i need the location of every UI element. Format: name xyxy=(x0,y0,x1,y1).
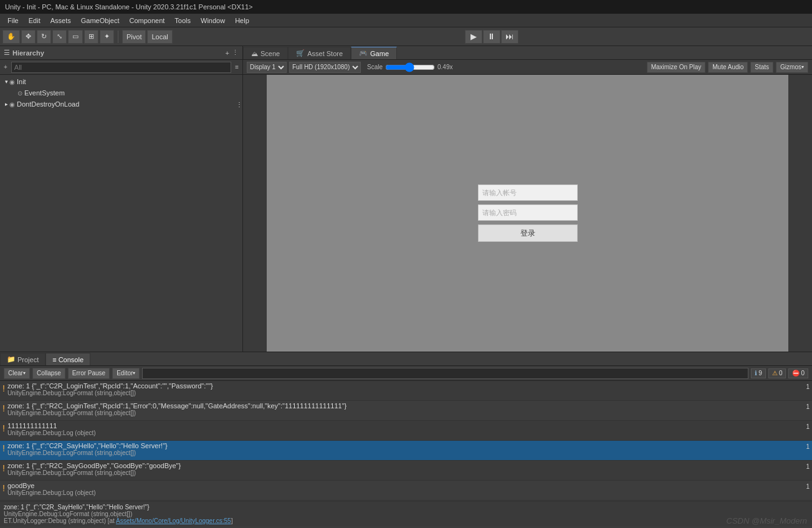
scene-tab[interactable]: ⛰ Scene xyxy=(243,47,288,59)
dontdestroy-icon: ◉ xyxy=(9,101,15,108)
step-icon: ⏭ xyxy=(505,32,513,41)
hierarchy-item-eventsystem[interactable]: ⊙ EventSystem xyxy=(0,87,242,98)
hierarchy-content: ▾ ◉ Init ⊙ EventSystem ▸ ◉ DontDestroyOn… xyxy=(0,75,242,352)
error-pause-label: Error Pause xyxy=(72,370,105,377)
hand-tool-btn[interactable]: ✋ xyxy=(2,30,20,44)
hierarchy-item-init[interactable]: ▾ ◉ Init xyxy=(0,76,242,87)
console-row-4[interactable]: ! zone: 1 {"_t":"R2C_SayGoodBye","GoodBy… xyxy=(0,461,812,481)
warning-count: 0 xyxy=(779,370,783,377)
console-search-input[interactable] xyxy=(142,368,748,379)
game-left-border xyxy=(243,75,267,352)
console-count-3: 1 xyxy=(797,442,810,450)
dontdestroy-menu[interactable]: ⋮ xyxy=(236,101,242,108)
toolbar: ✋ ✥ ↻ ⤡ ▭ ⊞ ✦ Pivot Local ▶ ⏸ ⏭ xyxy=(0,27,812,46)
login-button-display[interactable]: 登录 xyxy=(478,224,578,242)
console-main-0: zone: 1 {"_t":"C2R_LoginTest","RpcId":1,… xyxy=(7,382,795,390)
account-input-display[interactable]: 请输入帐号 xyxy=(478,185,578,201)
menu-assets[interactable]: Assets xyxy=(45,16,76,26)
info-badge[interactable]: ℹ 9 xyxy=(751,368,766,378)
hierarchy-header: ☰ Hierarchy + ⋮ xyxy=(0,46,242,60)
console-main-4: zone: 1 {"_t":"R2C_SayGoodBye","GoodBye"… xyxy=(7,462,795,469)
play-controls: ▶ ⏸ ⏭ xyxy=(465,30,518,44)
main-area: ☰ Hierarchy + ⋮ + ≡ ▾ ◉ Init ⊙ EventSyst… xyxy=(0,46,812,352)
console-text-1: zone: 1 {"_t":"R2C_LoginTest","RpcId":1,… xyxy=(7,402,795,416)
resolution-select[interactable]: Full HD (1920x1080) xyxy=(289,62,361,73)
warning-badge[interactable]: ⚠ 0 xyxy=(768,368,786,378)
title-text: Unity - Init - PC, Mac & Linux Standalon… xyxy=(5,3,252,11)
eventsystem-icon: ⊙ xyxy=(17,90,22,97)
collapse-btn-console[interactable]: Collapse xyxy=(32,368,65,379)
center-panel: ⛰ Scene 🛒 Asset Store 🎮 Game Display 1 F… xyxy=(243,46,812,352)
console-row-0[interactable]: ! zone: 1 {"_t":"C2R_LoginTest","RpcId":… xyxy=(0,381,812,401)
menu-file[interactable]: File xyxy=(2,16,24,26)
hierarchy-toolbar: + ≡ xyxy=(0,60,242,75)
project-tab[interactable]: 📁 Project xyxy=(0,353,45,365)
maximize-on-play-btn[interactable]: Maximize On Play xyxy=(647,62,706,73)
stats-btn[interactable]: Stats xyxy=(750,62,773,73)
console-row-3[interactable]: ! zone: 1 {"_t":"C2R_SayHello","Hello":"… xyxy=(0,441,812,461)
last-row-link[interactable]: Assets/Mono/Core/Log/UnityLogger.cs:55 xyxy=(116,517,231,524)
error-badge[interactable]: ⛔ 0 xyxy=(788,368,808,378)
menu-help[interactable]: Help xyxy=(230,16,254,26)
hierarchy-add-icon[interactable]: + xyxy=(226,49,229,57)
console-tab[interactable]: ≡ Console xyxy=(45,353,90,365)
error-pause-btn[interactable]: Error Pause xyxy=(68,368,110,379)
add-hierarchy-btn[interactable]: + xyxy=(2,64,9,70)
mute-audio-btn[interactable]: Mute Audio xyxy=(708,62,748,73)
gizmos-btn[interactable]: Gizmos ▾ xyxy=(776,62,808,73)
move-tool-btn[interactable]: ✥ xyxy=(21,30,36,44)
pivot-btn[interactable]: Pivot xyxy=(122,30,146,44)
hierarchy-item-dontdestroy[interactable]: ▸ ◉ DontDestroyOnLoad ⋮ xyxy=(0,98,242,110)
info-icon: ℹ xyxy=(755,370,757,377)
scale-tool-btn[interactable]: ⤡ xyxy=(52,30,67,44)
local-btn[interactable]: Local xyxy=(147,30,172,44)
menu-component[interactable]: Component xyxy=(124,16,170,26)
clear-btn[interactable]: Clear ▾ xyxy=(4,368,30,379)
bottom-panel: 📁 Project ≡ Console Clear ▾ Collapse Err… xyxy=(0,352,812,526)
hierarchy-search-input[interactable] xyxy=(11,62,231,73)
hierarchy-menu-icon[interactable]: ⋮ xyxy=(232,49,239,57)
hierarchy-filter-btn[interactable]: ≡ xyxy=(234,64,240,70)
menu-window[interactable]: Window xyxy=(196,16,230,26)
console-text-4: zone: 1 {"_t":"R2C_SayGoodBye","GoodBye"… xyxy=(7,462,795,476)
pause-btn[interactable]: ⏸ xyxy=(483,30,500,44)
custom-tool-btn[interactable]: ✦ xyxy=(100,30,114,44)
editor-dropdown: ▾ xyxy=(133,370,135,376)
console-row-5[interactable]: ! goodBye UnityEngine.Debug:Log (object)… xyxy=(0,481,812,501)
rect-tool-btn[interactable]: ▭ xyxy=(68,30,83,44)
warn-icon-5: ! xyxy=(2,483,5,493)
warn-icon-2: ! xyxy=(2,423,5,433)
console-sub-0: UnityEngine.Debug:LogFormat (string,obje… xyxy=(7,390,795,396)
last-row-line2: UnityEngine.Debug:LogFormat (string,obje… xyxy=(4,511,808,517)
menu-gameobject[interactable]: GameObject xyxy=(76,16,125,26)
asset-store-tab[interactable]: 🛒 Asset Store xyxy=(288,47,351,59)
scene-tab-label: Scene xyxy=(260,50,280,57)
info-count: 9 xyxy=(758,370,762,377)
editor-btn[interactable]: Editor ▾ xyxy=(112,368,140,379)
init-label: Init xyxy=(17,78,26,85)
transform-tool-btn[interactable]: ⊞ xyxy=(84,30,98,44)
scale-slider[interactable] xyxy=(385,62,435,72)
scale-value: 0.49x xyxy=(437,64,452,70)
console-row-2[interactable]: ! 1111111111111 UnityEngine.Debug:Log (o… xyxy=(0,421,812,441)
game-tab[interactable]: 🎮 Game xyxy=(351,47,397,59)
dontdestroy-label: DontDestroyOnLoad xyxy=(17,100,79,108)
rotate-tool-btn[interactable]: ↻ xyxy=(37,30,51,44)
password-input-display[interactable]: 请输入密码 xyxy=(478,204,578,221)
menu-edit[interactable]: Edit xyxy=(24,16,45,26)
console-row-1[interactable]: ! zone: 1 {"_t":"R2C_LoginTest","RpcId":… xyxy=(0,401,812,421)
hierarchy-collapse-icon: ☰ xyxy=(4,49,10,57)
eventsystem-label: EventSystem xyxy=(24,89,65,97)
view-tab-bar: ⛰ Scene 🛒 Asset Store 🎮 Game xyxy=(243,46,812,60)
menu-tools[interactable]: Tools xyxy=(170,16,196,26)
scale-label: Scale xyxy=(367,64,383,70)
play-btn[interactable]: ▶ xyxy=(465,30,482,44)
display-select[interactable]: Display 1 xyxy=(247,62,287,73)
hierarchy-panel: ☰ Hierarchy + ⋮ + ≡ ▾ ◉ Init ⊙ EventSyst… xyxy=(0,46,243,352)
sep1 xyxy=(118,31,118,43)
step-btn[interactable]: ⏭ xyxy=(501,30,518,44)
game-right-border xyxy=(788,75,812,352)
gizmos-label: Gizmos xyxy=(780,64,801,70)
pivot-label: Pivot xyxy=(127,33,141,41)
project-tab-label: Project xyxy=(17,356,39,363)
